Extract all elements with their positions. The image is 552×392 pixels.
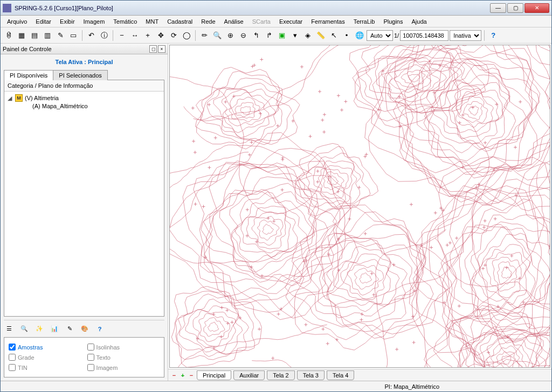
checkbox-tin[interactable] [9,364,16,371]
tab-pi-disponiveis[interactable]: PI Disponíveis [4,70,53,80]
info-icon[interactable]: ⓘ [98,30,110,41]
menu-editar[interactable]: Editar [31,17,56,26]
undo-icon[interactable]: ↶ [85,30,97,41]
tree-header: Categoria / Plano de Informação [4,80,164,92]
maximize-button[interactable]: ▢ [507,3,523,13]
menu-analise[interactable]: Análise [220,17,248,26]
toolbar: 🛢 ▦ ▤ ▥ ✎ ▭ ↶ ⓘ − ↔ + ✥ ⟳ ◯ ✏ 🔍 ⊕ ⊖ ↰ ↱ … [1,27,551,44]
layers-icon[interactable]: ▦ [16,30,27,41]
tab-close-icon[interactable]: − [188,372,195,379]
app-icon [3,4,11,12]
view-tabs: − + − Principal Auxiliar Tela 2 Tela 3 T… [168,369,551,381]
tree-layer-row[interactable]: (A) Mapa_Altimétrico [5,102,163,110]
menu-cadastral[interactable]: Cadastral [163,17,197,26]
close-button[interactable]: ✕ [525,3,549,13]
panel-tools: ☰ 🔍 ✨ 📊 ✎ 🎨 ? [4,320,164,335]
pan-icon[interactable]: ↔ [129,30,141,41]
check-grade[interactable]: Grade [9,354,81,361]
menu-tematico[interactable]: Temático [109,17,141,26]
menu-mnt[interactable]: MNT [141,17,163,26]
chart-icon[interactable]: 📊 [49,324,60,334]
check-isolinhas[interactable]: Isolinhas [87,344,160,351]
zoom-out-icon[interactable]: − [116,30,128,41]
scale-value-input[interactable] [400,30,448,41]
tab-tela3[interactable]: Tela 3 [297,370,325,380]
zoom-minus-icon[interactable]: ⊖ [237,30,249,41]
pointer-icon[interactable]: ↖ [328,30,340,41]
zoom-in-icon[interactable]: + [142,30,154,41]
table-icon[interactable]: ▥ [42,30,53,41]
tree-layer-label: (A) Mapa_Altimétrico [32,103,88,109]
window-title: SPRING-5.2.6 [Curso1][Plano_Piloto] [15,5,490,11]
panel-header: Painel de Controle ◻ × [1,44,168,54]
menu-rede[interactable]: Rede [197,17,219,26]
move-icon[interactable]: ✥ [155,30,167,41]
prev-icon[interactable]: ↰ [250,30,262,41]
tab-principal[interactable]: Principal [197,370,231,380]
statusbar: PI: Mapa_Altimétrico [1,381,551,391]
globe-icon[interactable]: 🌐 [354,30,365,41]
edit-icon[interactable]: ✎ [54,30,66,41]
next-icon[interactable]: ↱ [263,30,275,41]
tree-category-row[interactable]: ◢ M (V) Altimetria [5,94,163,102]
measure-icon[interactable]: 📏 [315,30,327,41]
panel-undock-button[interactable]: ◻ [149,45,157,53]
map-view[interactable] [169,45,550,368]
menu-plugins[interactable]: Plugins [379,17,407,26]
help-icon[interactable]: ? [487,30,499,41]
help-panel-icon[interactable]: ? [94,324,105,334]
panel-close-button[interactable]: × [158,45,165,53]
minimize-button[interactable]: — [490,3,506,13]
checkbox-grade[interactable] [9,354,16,361]
titlebar: SPRING-5.2.6 [Curso1][Plano_Piloto] — ▢ … [1,1,551,16]
check-imagem[interactable]: Imagem [87,364,160,371]
palette-icon[interactable]: 🎨 [79,324,90,334]
check-amostras[interactable]: Amostras [9,344,81,351]
zoom-layer-icon[interactable]: ◈ [302,30,314,41]
select-rect-icon[interactable]: ▭ [67,30,79,41]
menu-scarta[interactable]: SCarta [248,17,275,26]
marker-icon[interactable]: • [341,30,353,41]
search-db-icon[interactable]: 🔍 [19,324,30,334]
menu-ajuda[interactable]: Ajuda [407,17,431,26]
zoom-plus-icon[interactable]: ⊕ [224,30,236,41]
tab-auxiliar[interactable]: Auxiliar [233,370,265,380]
menu-arquivo[interactable]: Arquivo [3,17,31,26]
tree-category-label: (V) Altimetria [25,95,59,101]
list-icon[interactable]: ☰ [4,324,15,334]
canvas-area: − + − Principal Auxiliar Tela 2 Tela 3 T… [168,44,551,381]
grid-icon[interactable]: ▤ [29,30,40,41]
scale-mode-select[interactable]: Auto [367,30,393,41]
dropdown-icon[interactable]: ▾ [289,30,301,41]
tab-pi-selecionados[interactable]: PI Selecionados [53,70,108,80]
menu-imagem[interactable]: Imagem [79,17,109,26]
menu-terralib[interactable]: TerraLib [349,17,380,26]
status-mode-select[interactable]: Inativa [450,30,481,41]
extent-icon[interactable]: ▣ [276,30,288,41]
checkbox-amostras[interactable] [9,344,16,351]
refresh-icon[interactable]: ⟳ [168,30,180,41]
app-window: SPRING-5.2.6 [Curso1][Plano_Piloto] — ▢ … [0,0,552,392]
check-tin[interactable]: TIN [9,364,81,371]
display-options: Amostras Isolinhas Grade Texto [4,337,164,377]
menu-exibir[interactable]: Exibir [56,17,79,26]
lasso-icon[interactable]: ◯ [181,30,192,41]
tree-collapse-icon[interactable]: ◢ [6,95,13,102]
checkbox-isolinhas[interactable] [87,344,94,351]
magic-icon[interactable]: ✨ [34,324,45,334]
menu-executar[interactable]: Executar [275,17,307,26]
menu-ferramentas[interactable]: Ferramentas [307,17,349,26]
status-pi-label: PI: Mapa_Altimétrico [385,383,439,390]
check-texto[interactable]: Texto [87,354,160,361]
checkbox-imagem[interactable] [87,364,94,371]
zoom-icon[interactable]: 🔍 [211,30,223,41]
database-icon[interactable]: 🛢 [3,30,15,41]
tab-add-icon[interactable]: + [179,372,187,379]
tab-remove-icon[interactable]: − [170,372,178,379]
checkbox-texto[interactable] [87,354,94,361]
category-m-icon: M [15,94,23,102]
tab-tela2[interactable]: Tela 2 [267,370,294,380]
pencil-icon[interactable]: ✎ [64,324,75,334]
pencil-icon[interactable]: ✏ [198,30,210,41]
tab-tela4[interactable]: Tela 4 [327,370,354,380]
